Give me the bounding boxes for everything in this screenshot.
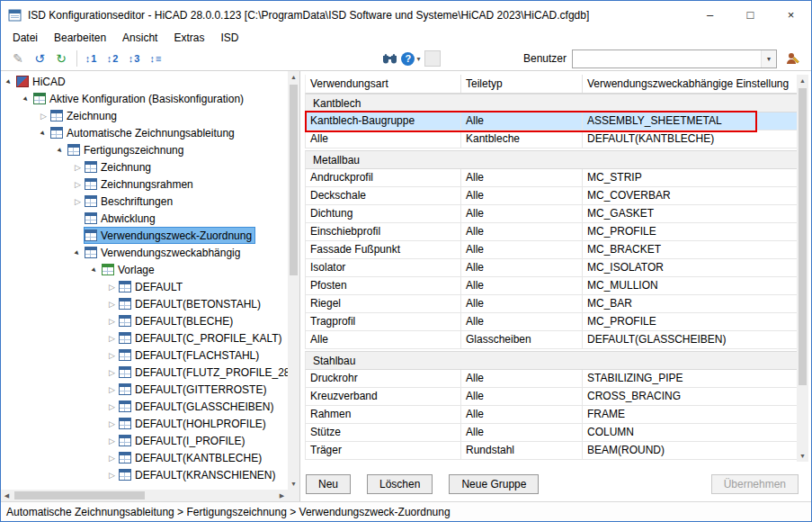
cell-teiletyp[interactable]: Alle	[461, 112, 583, 130]
cell-teiletyp[interactable]: Alle	[461, 370, 583, 387]
menu-isd[interactable]: ISD	[212, 30, 246, 46]
cell-einstellung[interactable]: MC_PROFILE	[583, 223, 798, 240]
expander-open-icon[interactable]: ▸	[72, 248, 84, 257]
table-row-druckrohr[interactable]: DruckrohrAlleSTABILIZING_PIPE	[305, 370, 798, 388]
cell-verwendungsart[interactable]: Riegel	[306, 295, 461, 312]
cell-verwendungsart[interactable]: Deckschale	[306, 187, 461, 204]
table-row-isolator[interactable]: IsolatorAlleMC_ISOLATOR	[305, 259, 798, 277]
cell-teiletyp[interactable]: Rundstahl	[461, 442, 583, 459]
column-header-verwendungsart[interactable]: Verwendungsart	[306, 75, 461, 93]
expander-closed-icon[interactable]: ▷	[106, 436, 118, 446]
cell-teiletyp[interactable]: Alle	[461, 205, 583, 222]
tree-item-verwendungszweck-zuordnung[interactable]: Verwendungszweck-Zuordnung	[1, 227, 288, 244]
tree-item-default-bleche[interactable]: ▷DEFAULT(BLECHE)	[1, 312, 288, 329]
neue-gruppe-button[interactable]: Neue Gruppe	[449, 474, 539, 494]
cell-teiletyp[interactable]: Alle	[461, 241, 583, 258]
cell-verwendungsart[interactable]: Träger	[306, 442, 461, 459]
cell-teiletyp[interactable]: Alle	[461, 223, 583, 240]
cell-teiletyp[interactable]: Alle	[461, 187, 583, 204]
cell-teiletyp[interactable]: Alle	[461, 169, 583, 186]
info-button[interactable]	[423, 49, 442, 68]
cell-verwendungsart[interactable]: Alle	[306, 331, 461, 348]
cell-einstellung[interactable]: DEFAULT(KANTBLECHE)	[583, 130, 798, 148]
tree-item-abwicklung[interactable]: Abwicklung	[1, 210, 288, 227]
cell-verwendungsart[interactable]: Pfosten	[306, 277, 461, 294]
cell-einstellung[interactable]: CROSS_BRACING	[583, 388, 798, 405]
tree-item-aktive-konfiguration-basiskonfiguration[interactable]: ▸Aktive Konfiguration (Basiskonfiguratio…	[1, 90, 288, 107]
tree-vertical-scrollbar[interactable]: ▲ ▼	[288, 71, 299, 490]
cell-verwendungsart[interactable]: Druckrohr	[306, 370, 461, 387]
tree-item-default-flutz-profile-281[interactable]: ▷DEFAULT(FLUTZ_PROFILE_281)	[1, 364, 288, 381]
cell-einstellung[interactable]: STABILIZING_PIPE	[583, 370, 798, 387]
group-header-metallbau[interactable]: Metallbau	[305, 150, 798, 169]
cell-einstellung[interactable]: MC_COVERBAR	[583, 187, 798, 204]
expander-closed-icon[interactable]: ▷	[72, 163, 84, 172]
table-row-einschiebprofil[interactable]: EinschiebprofilAlleMC_PROFILE	[305, 223, 798, 241]
expander-closed-icon[interactable]: ▷	[106, 334, 118, 343]
search-binoculars-icon[interactable]	[379, 49, 399, 68]
cell-einstellung[interactable]: ASSEMBLY_SHEETMETAL	[583, 112, 798, 130]
refresh-icon[interactable]: ↻	[51, 49, 71, 68]
tree-item-default-gitterroste[interactable]: ▷DEFAULT(GITTERROSTE)	[1, 381, 288, 398]
cell-verwendungsart[interactable]: Alle	[306, 130, 461, 148]
cell-teiletyp[interactable]: Glasscheiben	[461, 331, 583, 348]
cell-verwendungsart[interactable]: Einschiebprofil	[306, 223, 461, 240]
table-vertical-scrollbar[interactable]: ▲ ▼	[797, 75, 808, 462]
table-row-kreuzverband[interactable]: KreuzverbandAlleCROSS_BRACING	[305, 388, 798, 406]
menu-datei[interactable]: Datei	[4, 30, 46, 46]
table-row-st-tze[interactable]: StützeAlleCOLUMN	[305, 424, 798, 442]
cell-einstellung[interactable]: MC_BAR	[583, 295, 798, 312]
cell-verwendungsart[interactable]: Isolator	[306, 259, 461, 276]
cell-einstellung[interactable]: MC_GASKET	[583, 205, 798, 222]
expand-level-2-button[interactable]: ↕2	[103, 49, 122, 68]
tree-item-default-i-profile[interactable]: ▷DEFAULT(I_PROFILE)	[1, 432, 288, 449]
cell-teiletyp[interactable]: Alle	[461, 277, 583, 294]
minimize-button[interactable]: –	[690, 1, 730, 29]
cell-einstellung[interactable]: MC_MULLION	[583, 277, 798, 294]
cell-einstellung[interactable]: DEFAULT(GLASSCHEIBEN)	[583, 331, 798, 348]
user-edit-icon[interactable]	[782, 49, 802, 68]
selected-table-row-kantblech-baugruppe[interactable]: Kantblech-BaugruppeAlleASSEMBLY_SHEETMET…	[305, 112, 798, 130]
scroll-up-icon[interactable]: ▲	[797, 75, 808, 86]
table-row-andruckprofil[interactable]: AndruckprofilAlleMC_STRIP	[305, 169, 798, 187]
expander-closed-icon[interactable]: ▷	[106, 419, 118, 428]
expander-open-icon[interactable]: ▸	[4, 77, 15, 86]
cell-teiletyp[interactable]: Alle	[461, 424, 583, 441]
tree-item-verwendungszweckabh-ngig[interactable]: ▸Verwendungszweckabhängig	[1, 244, 288, 261]
expander-open-icon[interactable]: ▸	[21, 94, 32, 104]
menu-ansicht[interactable]: Ansicht	[114, 30, 165, 46]
tree-item-beschriftungen[interactable]: ▷Beschriftungen	[1, 193, 288, 210]
table-row-riegel[interactable]: RiegelAlleMC_BAR	[305, 295, 798, 313]
tree-hscroll-thumb[interactable]	[14, 491, 145, 500]
cell-teiletyp[interactable]: Alle	[461, 259, 583, 276]
cell-verwendungsart[interactable]: Fassade Fußpunkt	[306, 241, 461, 258]
tree-horizontal-scrollbar[interactable]: ◀ ▶	[1, 490, 288, 501]
undo-icon[interactable]: ↺	[30, 49, 49, 68]
edit-pencil-icon[interactable]: ✎	[8, 49, 28, 68]
expander-closed-icon[interactable]: ▷	[106, 471, 118, 480]
titlebar[interactable]: ISD Konfigurationseditor - HiCAD 28.0.0.…	[1, 1, 811, 29]
help-button[interactable]: ? ▾	[401, 49, 421, 68]
combo-dropdown-icon[interactable]: ▾	[761, 50, 776, 68]
help-dropdown-icon[interactable]: ▾	[416, 55, 420, 63]
tree-vscroll-thumb[interactable]	[290, 85, 298, 275]
table-row-fassade-fu-punkt[interactable]: Fassade FußpunktAlleMC_BRACKET	[305, 241, 798, 259]
cell-einstellung[interactable]: MC_STRIP	[583, 169, 798, 186]
cell-verwendungsart[interactable]: Dichtung	[306, 205, 461, 222]
cell-einstellung[interactable]: MC_ISOLATOR	[583, 259, 798, 276]
expander-closed-icon[interactable]: ▷	[72, 180, 84, 189]
column-header-teiletyp[interactable]: Teiletyp	[461, 75, 583, 93]
cell-verwendungsart[interactable]: Tragprofil	[306, 313, 461, 330]
tree-item-default-betonstahl[interactable]: ▷DEFAULT(BETONSTAHL)	[1, 295, 288, 312]
menu-extras[interactable]: Extras	[165, 30, 212, 46]
expand-level-1-button[interactable]: ↕1	[81, 49, 101, 68]
tree-item-default-kantbleche[interactable]: ▷DEFAULT(KANTBLECHE)	[1, 449, 288, 466]
expand-level-3-button[interactable]: ↕3	[124, 49, 144, 68]
tree-item-hicad[interactable]: ▸HiCAD	[1, 73, 288, 90]
tree-item-default-glasscheiben[interactable]: ▷DEFAULT(GLASSCHEIBEN)	[1, 398, 288, 415]
cell-verwendungsart[interactable]: Kreuzverband	[306, 388, 461, 405]
close-button[interactable]: ×	[771, 1, 811, 29]
expander-closed-icon[interactable]: ▷	[106, 454, 118, 463]
scroll-left-icon[interactable]: ◀	[1, 490, 13, 501]
expander-closed-icon[interactable]: ▷	[106, 300, 118, 309]
